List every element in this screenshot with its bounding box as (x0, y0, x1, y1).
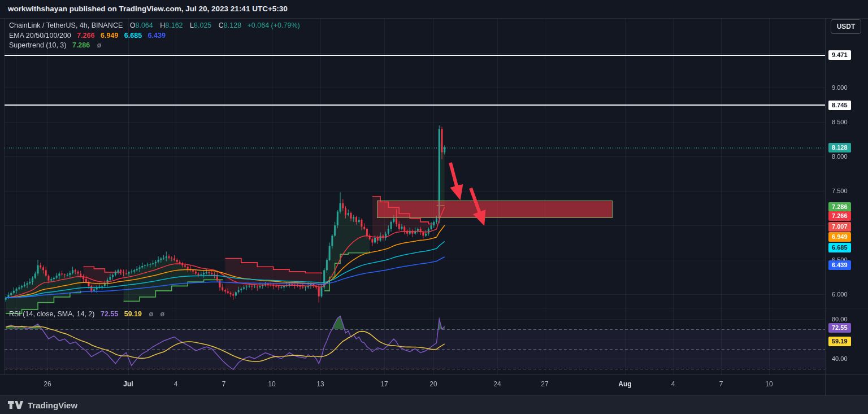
symbol-legend-row[interactable]: ChainLink / TetherUS, 4h, BINANCE O8.064… (9, 21, 300, 29)
ema20-value: 7.266 (77, 32, 94, 40)
time-axis-tick: 26 (44, 380, 51, 388)
time-axis-tick: 10 (765, 380, 772, 388)
supertrend-title: Supertrend (10, 3) (9, 41, 66, 49)
time-axis-tick: 20 (429, 380, 437, 388)
tradingview-logo-icon[interactable] (8, 400, 23, 409)
ema-legend-row[interactable]: EMA 20/50/100/200 7.266 6.949 6.685 6.43… (9, 32, 166, 40)
time-axis-tick: 13 (316, 380, 324, 388)
ema50-value: 6.949 (101, 32, 118, 40)
ema200-value: 6.439 (148, 32, 166, 40)
time-axis-tick: 4 (671, 380, 675, 388)
high-label: H (160, 21, 165, 29)
open-value: 8.064 (135, 21, 153, 29)
ema-title: EMA 20/50/100/200 (9, 32, 71, 40)
time-axis-tick: 10 (268, 380, 275, 388)
tradingview-published-chart: workwithshayan published on TradingView.… (0, 0, 868, 414)
close-value: 8.128 (224, 21, 241, 29)
time-axis[interactable]: 26Jul47101317202427Aug4710 (0, 374, 868, 395)
brand-bar: TradingView (0, 395, 868, 414)
ema100-value: 6.685 (124, 32, 142, 40)
supply-zone-rectangle (377, 201, 613, 218)
low-label: L (190, 21, 194, 29)
rsi-title: RSI (14, close, SMA, 14, 2) (9, 310, 94, 318)
rsi-value: 72.55 (101, 310, 118, 318)
time-axis-tick: 27 (541, 380, 548, 388)
supertrend-legend-row[interactable]: Supertrend (10, 3) 7.286 ø (9, 41, 101, 49)
symbol-title: ChainLink / TetherUS, 4h, BINANCE (9, 21, 123, 29)
currency-toggle-button[interactable]: USDT (831, 19, 861, 34)
rsi-ma-value: 59.19 (124, 310, 142, 318)
hidden-plot-icon[interactable]: ø (149, 310, 153, 318)
time-axis-tick: Jul (123, 380, 133, 388)
brand-name[interactable]: TradingView (28, 400, 77, 410)
time-axis-tick: 24 (493, 380, 501, 388)
hidden-plot-icon[interactable]: ø (160, 310, 165, 318)
resistance-line-8745 (5, 104, 825, 106)
rsi-legend-row[interactable]: RSI (14, close, SMA, 14, 2) 72.55 59.19 … (9, 310, 164, 318)
close-label: C (219, 21, 224, 29)
time-axis-tick: 7 (222, 380, 226, 388)
low-value: 8.025 (194, 21, 211, 29)
time-axis-tick: 17 (380, 380, 388, 388)
change-value: +0.064 (+0.79%) (248, 21, 300, 29)
time-axis-tick: 7 (719, 380, 723, 388)
supertrend-value: 7.286 (72, 41, 90, 49)
time-axis-tick: Aug (618, 380, 631, 388)
hidden-plot-icon[interactable]: ø (97, 41, 102, 49)
resistance-line-9471 (5, 55, 825, 56)
high-value: 8.162 (165, 21, 183, 29)
time-axis-tick: 4 (174, 380, 178, 388)
